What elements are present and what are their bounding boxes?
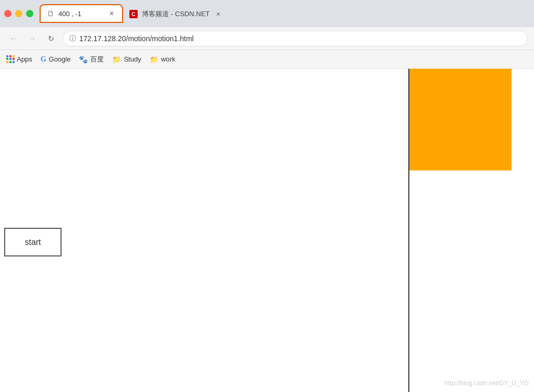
close-button[interactable] bbox=[4, 10, 11, 17]
bookmark-work-label: work bbox=[161, 55, 175, 63]
footer-watermark-text: http://blog.csdn.net/GY_U_YG bbox=[445, 379, 529, 387]
csdn-tab-title: 博客频道 - CSDN.NET bbox=[142, 9, 210, 19]
google-icon: G bbox=[41, 55, 46, 64]
footer-watermark: http://blog.csdn.net/GY_U_YG bbox=[445, 379, 529, 387]
forward-button[interactable]: → bbox=[25, 31, 40, 46]
title-bar: 🗋 400 , -1 ✕ C 博客频道 - CSDN.NET ✕ bbox=[0, 0, 534, 27]
browser-window: 🗋 400 , -1 ✕ C 博客频道 - CSDN.NET ✕ ← → ↻ ⓘ… bbox=[0, 0, 534, 392]
baidu-icon: 🐾 bbox=[79, 55, 88, 64]
active-tab[interactable]: 🗋 400 , -1 ✕ bbox=[40, 4, 123, 23]
minimize-button[interactable] bbox=[15, 10, 22, 17]
tab-close-button[interactable]: ✕ bbox=[107, 9, 116, 18]
apps-grid-icon bbox=[6, 55, 14, 63]
address-text: 172.17.128.20/motion/motion1.html bbox=[79, 34, 521, 43]
start-button-label: start bbox=[25, 238, 41, 247]
study-folder-icon: 📁 bbox=[112, 55, 121, 64]
tabs-area: 🗋 400 , -1 ✕ C 博客频道 - CSDN.NET ✕ bbox=[40, 4, 530, 23]
bookmark-study[interactable]: 📁 Study bbox=[112, 55, 141, 64]
start-button[interactable]: start bbox=[4, 228, 62, 256]
maximize-button[interactable] bbox=[26, 10, 33, 17]
bookmark-study-label: Study bbox=[124, 55, 141, 63]
nav-bar: ← → ↻ ⓘ 172.17.128.20/motion/motion1.htm… bbox=[0, 27, 534, 50]
bookmark-google[interactable]: G Google bbox=[41, 55, 71, 64]
csdn-icon: C bbox=[129, 10, 138, 18]
security-icon: ⓘ bbox=[69, 34, 76, 43]
back-button[interactable]: ← bbox=[6, 31, 21, 46]
work-folder-icon: 📁 bbox=[150, 55, 159, 64]
page-content: start http://blog.csdn.net/GY_U_YG bbox=[0, 69, 534, 392]
bookmark-apps-label: Apps bbox=[17, 55, 32, 63]
reload-button[interactable]: ↻ bbox=[44, 31, 58, 46]
csdn-tab-close[interactable]: ✕ bbox=[216, 11, 221, 18]
bookmark-google-label: Google bbox=[49, 55, 71, 63]
active-tab-title: 400 , -1 bbox=[58, 10, 103, 18]
bookmark-work[interactable]: 📁 work bbox=[150, 55, 175, 64]
tab-page-icon: 🗋 bbox=[47, 9, 54, 18]
bookmarks-bar: Apps G Google 🐾 百度 📁 Study 📁 work bbox=[0, 50, 534, 69]
bookmark-baidu-label: 百度 bbox=[90, 55, 104, 64]
csdn-tab[interactable]: C 博客频道 - CSDN.NET ✕ bbox=[123, 5, 227, 23]
bookmark-baidu[interactable]: 🐾 百度 bbox=[79, 55, 104, 64]
traffic-lights bbox=[4, 10, 33, 17]
orange-rectangle bbox=[409, 69, 512, 170]
bookmark-apps[interactable]: Apps bbox=[6, 55, 32, 63]
address-bar[interactable]: ⓘ 172.17.128.20/motion/motion1.html bbox=[63, 31, 528, 46]
